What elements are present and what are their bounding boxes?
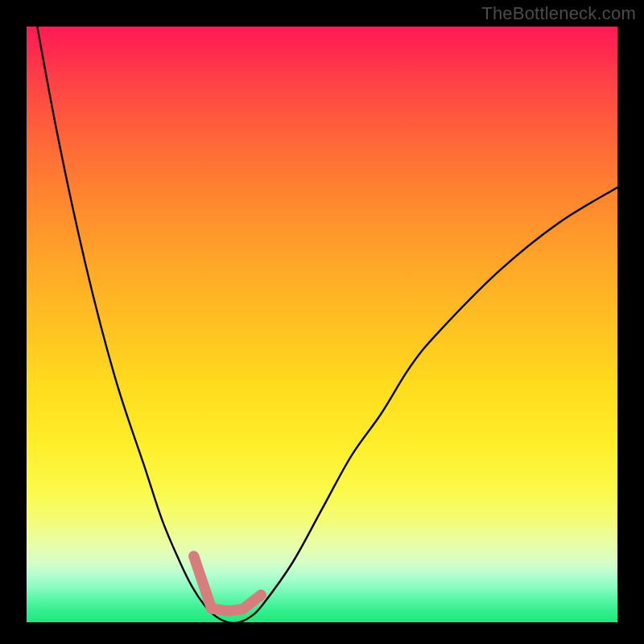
notch-marker [194, 556, 262, 611]
watermark-text: TheBottleneck.com [481, 3, 636, 24]
notch-segment [243, 595, 262, 609]
notch-segment [194, 556, 212, 609]
curve-layer [27, 27, 617, 622]
chart-frame: TheBottleneck.com [0, 0, 644, 644]
plot-area [27, 27, 617, 622]
bottleneck-curve [27, 27, 617, 622]
